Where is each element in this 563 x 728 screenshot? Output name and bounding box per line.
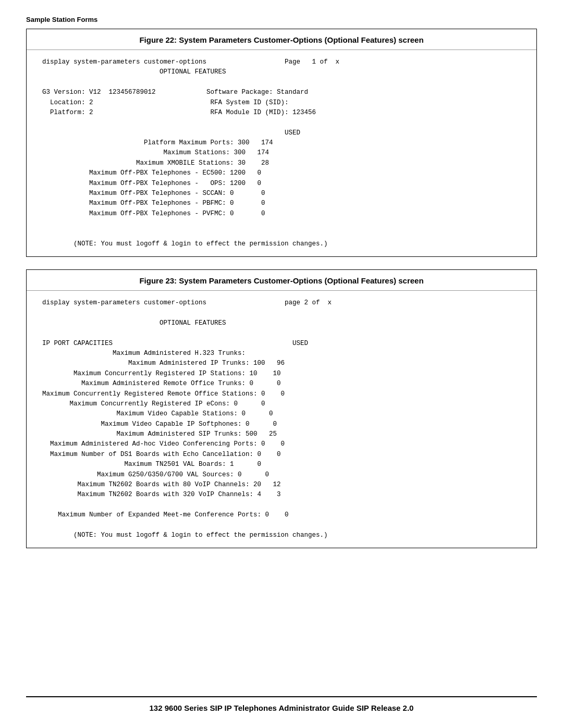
footer-text: 132 9600 Series SIP IP Telephones Admini… — [26, 704, 537, 712]
figure1-box: Figure 22: System Parameters Customer-Op… — [26, 29, 537, 257]
figure1-text: display system-parameters customer-optio… — [42, 57, 526, 249]
figure2-text: display system-parameters customer-optio… — [42, 298, 526, 540]
figure1-title: Figure 22: System Parameters Customer-Op… — [27, 29, 536, 50]
section-label: Sample Station Forms — [26, 16, 537, 23]
figure2-title: Figure 23: System Parameters Customer-Op… — [27, 270, 536, 291]
figure2-content: display system-parameters customer-optio… — [27, 291, 536, 548]
figure1-content: display system-parameters customer-optio… — [27, 50, 536, 256]
page: Sample Station Forms Figure 22: System P… — [0, 0, 563, 728]
footer-bar: 132 9600 Series SIP IP Telephones Admini… — [26, 696, 537, 712]
figure2-box: Figure 23: System Parameters Customer-Op… — [26, 269, 537, 548]
